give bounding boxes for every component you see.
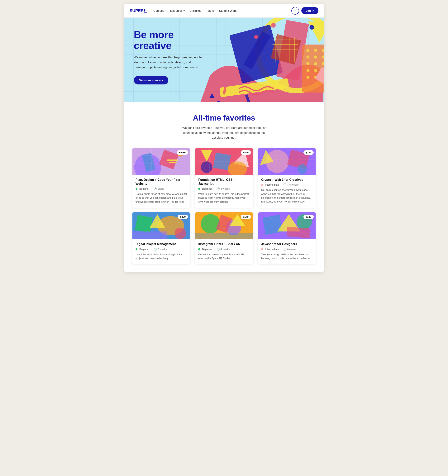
svg-rect-95 [132,232,167,239]
svg-point-7 [314,49,317,52]
course-card[interactable]: $499 Foundation HTML, CSS + Javascript B… [195,148,253,208]
card-title: Plan, Design + Code Your First Website [136,178,187,186]
card-body: Foundation HTML, CSS + Javascript Beginn… [195,175,253,208]
card-badge: $499 [241,150,251,155]
card-title: Crypto + Web 3 for Creatives [261,178,312,182]
meta-separator: · [151,248,152,250]
card-title: Instagram Filters + Spark AR [198,242,250,246]
main-nav: Courses Resources Unlimited Teams Studen… [153,9,285,12]
navbar: SUPERHi Courses Resources Unlimited Team… [124,4,324,18]
svg-point-31 [254,35,258,39]
cart-icon: 🛒 [293,9,297,12]
svg-rect-101 [195,233,253,239]
card-thumbnail: $499 [195,148,253,175]
level-label: Beginner [202,187,212,190]
clock-icon: 🕐 [283,183,286,186]
duration-text: 6 weeks [158,248,167,251]
duration-text: 4 weeks [221,248,230,251]
svg-point-62 [201,161,212,173]
card-badge: FREE [177,150,188,155]
clock-icon: 🕐 [154,187,157,190]
level-label: Beginner [139,187,149,190]
card-meta: Beginner · 🕐 Short [136,187,187,190]
level-dot-icon [136,188,137,190]
courses-grid: FREE Plan, Design + Code Your First Webs… [132,148,316,264]
hero-content: Be more creative We make online courses … [124,18,216,96]
svg-point-13 [314,62,317,65]
course-card[interactable]: $299 Crypto + Web 3 for Creatives Interm… [258,148,316,208]
card-title: Digital Project Management [136,242,187,246]
meta-separator: · [151,187,152,190]
card-meta: Intermediate · 🕐 4-6 weeks [261,183,312,186]
svg-rect-5 [302,45,324,92]
level-dot-icon [261,184,263,186]
course-card[interactable]: $149 Javascript for Designers Intermedia… [258,212,316,264]
card-description: Want to learn how to code? This is the p… [198,192,250,204]
duration-text: 6 weeks [287,248,296,251]
card-badge: $299 [303,150,314,155]
card-description: Our crypto course shows you how to code … [261,188,312,204]
login-button[interactable]: Log in [301,7,318,14]
favorites-title: All-time favorites [132,114,316,122]
card-thumbnail: $499 [132,212,190,239]
nav-unlimited[interactable]: Unlimited [189,9,202,12]
card-thumbnail: FREE [132,148,190,175]
meta-separator: · [214,187,215,190]
svg-point-9 [306,56,310,58]
nav-student-work[interactable]: Student Work [219,9,237,12]
svg-rect-91 [135,215,153,233]
svg-point-38 [310,25,314,29]
logo[interactable]: SUPERHi [130,8,147,13]
svg-point-32 [271,23,276,28]
svg-rect-54 [169,162,176,163]
svg-point-12 [306,62,310,65]
level-dot-icon [198,248,200,250]
logo-text: SUPER [130,8,144,13]
card-title: Foundation HTML, CSS + Javascript [198,178,250,186]
course-duration: 🕐 6 weeks [283,248,296,251]
card-thumbnail: $149 [258,212,316,239]
course-card[interactable]: FREE Plan, Design + Code Your First Webs… [132,148,190,208]
card-meta: Intermediate · 🕐 6 weeks [261,248,312,251]
meta-separator: · [214,248,215,250]
course-duration: 🕐 4 weeks [217,248,230,251]
nav-resources[interactable]: Resources [169,9,185,12]
card-description: Gain a whole range of new creative and d… [136,192,187,204]
card-meta: Beginner · 🕐 8 weeks [198,187,250,190]
card-title: Javascript for Designers [261,242,312,246]
chevron-down-icon [183,10,185,11]
card-body: Crypto + Web 3 for Creatives Intermediat… [258,175,316,208]
duration-text: 8 weeks [221,187,230,190]
clock-icon: 🕐 [154,248,157,251]
hero-section: Be more creative We make online courses … [124,18,324,102]
card-thumbnail: $149 [195,212,253,239]
card-description: Take your design skills to the next leve… [261,253,312,260]
clock-icon: 🕐 [217,248,220,251]
svg-point-97 [201,214,220,233]
hero-title: Be more creative [134,29,207,51]
clock-icon: 🕐 [217,187,220,190]
cart-button[interactable]: 🛒 [291,7,299,15]
svg-point-6 [306,49,310,52]
card-body: Digital Project Management Beginner · 🕐 … [132,239,190,264]
card-body: Plan, Design + Code Your First Website B… [132,175,190,208]
course-card[interactable]: $149 Instagram Filters + Spark AR Beginn… [195,212,253,264]
logo-hi: Hi [144,8,147,13]
level-dot-icon [136,248,137,250]
svg-point-15 [306,69,310,72]
card-meta: Beginner · 🕐 6 weeks [136,248,187,251]
svg-point-17 [306,76,310,79]
nav-courses[interactable]: Courses [153,9,164,12]
svg-point-89 [297,164,307,174]
level-label: Intermediate [265,183,279,186]
nav-resources-link[interactable]: Resources [169,9,182,12]
level-label: Intermediate [265,248,279,251]
hero-cta-button[interactable]: View our courses [134,76,168,85]
favorites-section: All-time favorites We don't pick favorit… [124,102,324,272]
nav-teams[interactable]: Teams [206,9,214,12]
card-description: Learn the essential skills to manage dig… [136,253,187,260]
card-meta: Beginner · 🕐 4 weeks [198,248,250,251]
card-description: Create your own Instagram filters and AR… [198,253,250,260]
course-card[interactable]: $499 Digital Project Management Beginner… [132,212,190,264]
svg-rect-53 [167,159,179,161]
